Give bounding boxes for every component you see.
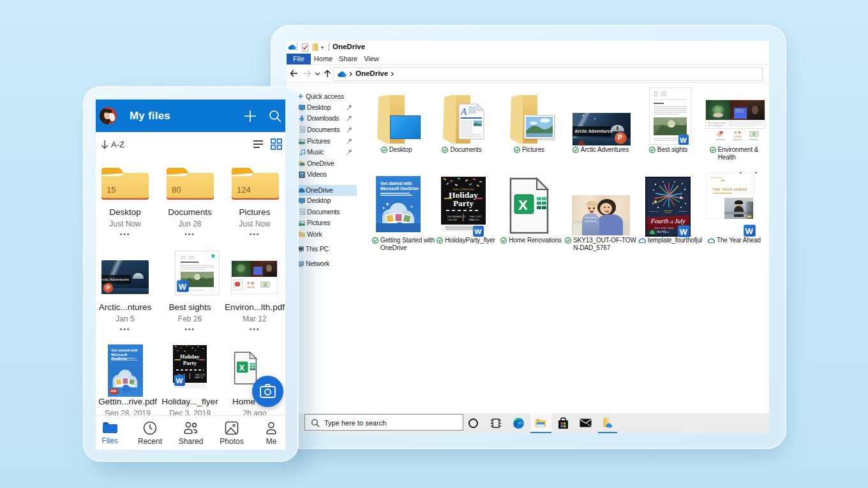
svg-text:15: 15 [107, 185, 116, 195]
svg-text:W: W [745, 226, 754, 236]
svg-text:W: W [178, 281, 186, 291]
svg-text:X: X [518, 197, 528, 213]
svg-text:W: W [680, 227, 688, 237]
svg-text:124: 124 [237, 185, 251, 195]
svg-text:80: 80 [172, 185, 181, 195]
svg-text:X: X [239, 363, 245, 373]
svg-text:W: W [176, 376, 183, 385]
svg-text:W: W [474, 227, 481, 235]
svg-text:W: W [680, 137, 687, 144]
svg-text:A: A [460, 107, 467, 117]
